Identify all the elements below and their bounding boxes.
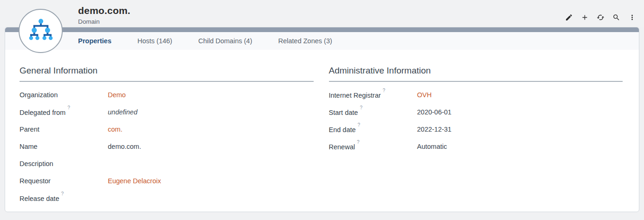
avatar: [19, 9, 63, 53]
field-label: Description: [20, 160, 53, 167]
name-value: demo.com.: [108, 143, 141, 150]
field-label: Renewal: [329, 143, 355, 150]
search-button[interactable]: [611, 13, 622, 24]
start-date-value: 2020-06-01: [417, 108, 452, 116]
field-label: Start date: [329, 108, 358, 116]
field-label: Requestor: [20, 177, 51, 185]
row-description: Description: [20, 155, 314, 172]
row-renewal: Renewal? Automatic: [329, 138, 623, 155]
help-marker: ?: [67, 105, 70, 110]
admin-rows: Internet Registrar? OVH Start date? 2020…: [329, 86, 623, 155]
field-label: Release date: [20, 194, 59, 202]
tab-child-domains[interactable]: Child Domains (4): [198, 37, 252, 45]
general-information-section: General Information Organization Demo De…: [20, 66, 314, 207]
help-marker: ?: [383, 88, 386, 93]
more-options-button[interactable]: [626, 13, 637, 24]
page-title: demo.com.: [78, 5, 131, 16]
field-label: Internet Registrar: [329, 91, 381, 99]
row-start-date: Start date? 2020-06-01: [329, 103, 623, 120]
row-delegated-from: Delegated from? undefined: [20, 103, 314, 120]
row-parent: Parent com.: [20, 120, 314, 138]
organization-link[interactable]: Demo: [108, 91, 126, 99]
internet-registrar-link[interactable]: OVH: [417, 91, 432, 99]
row-requestor: Requestor Eugene Delacroix: [20, 172, 314, 189]
toolbar: [563, 13, 637, 24]
page-header: demo.com. Domain: [0, 0, 644, 27]
tab-related-zones[interactable]: Related Zones (3): [278, 37, 332, 45]
help-marker: ?: [358, 122, 361, 127]
tab-hosts[interactable]: Hosts (146): [138, 37, 172, 45]
field-label: Organization: [20, 91, 58, 99]
refresh-icon: [597, 13, 605, 23]
page-subtitle: Domain: [78, 18, 131, 25]
help-marker: ?: [61, 191, 64, 196]
row-organization: Organization Demo: [20, 86, 314, 103]
delegated-from-value: undefined: [108, 108, 138, 116]
search-icon: [612, 13, 620, 23]
pencil-icon: [565, 13, 573, 23]
tab-bar: Properties Hosts (146) Child Domains (4)…: [5, 32, 639, 50]
tab-properties[interactable]: Properties: [78, 37, 112, 45]
field-label: Parent: [20, 126, 39, 133]
field-label: Delegated from: [20, 108, 66, 116]
row-release-date: Release date?: [20, 189, 314, 207]
field-label: End date: [329, 126, 356, 133]
title-block: demo.com. Domain: [78, 5, 131, 25]
row-end-date: End date? 2022-12-31: [329, 120, 623, 138]
renewal-value: Automatic: [417, 143, 447, 150]
add-button[interactable]: [579, 13, 590, 24]
card-top-bar: [5, 27, 639, 32]
section-title: General Information: [20, 66, 314, 82]
kebab-menu-icon: [628, 13, 636, 23]
help-marker: ?: [357, 140, 360, 145]
domain-hierarchy-icon: [28, 18, 53, 45]
detail-card: Properties Hosts (146) Child Domains (4)…: [5, 27, 639, 212]
plus-icon: [581, 13, 589, 23]
properties-content: General Information Organization Demo De…: [5, 50, 639, 207]
edit-button[interactable]: [563, 13, 574, 24]
row-name: Name demo.com.: [20, 138, 314, 155]
general-rows: Organization Demo Delegated from? undefi…: [20, 86, 314, 207]
end-date-value: 2022-12-31: [417, 126, 452, 133]
refresh-button[interactable]: [595, 13, 606, 24]
requestor-link[interactable]: Eugene Delacroix: [108, 177, 161, 185]
section-title: Administrative Information: [329, 66, 623, 82]
parent-link[interactable]: com.: [108, 126, 122, 133]
field-label: Name: [20, 143, 38, 150]
help-marker: ?: [360, 105, 362, 110]
row-internet-registrar: Internet Registrar? OVH: [329, 86, 623, 103]
administrative-information-section: Administrative Information Internet Regi…: [329, 66, 623, 207]
